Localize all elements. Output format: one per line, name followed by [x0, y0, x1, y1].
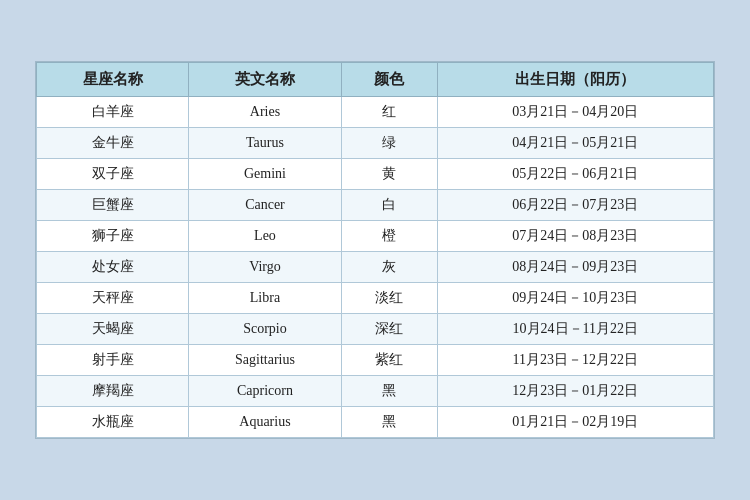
cell-color: 紫红: [341, 345, 437, 376]
header-color: 颜色: [341, 63, 437, 97]
table-header-row: 星座名称 英文名称 颜色 出生日期（阳历）: [37, 63, 714, 97]
cell-dates: 01月21日－02月19日: [437, 407, 713, 438]
cell-color: 黄: [341, 159, 437, 190]
table-row: 摩羯座Capricorn黑12月23日－01月22日: [37, 376, 714, 407]
cell-color: 深红: [341, 314, 437, 345]
cell-english-name: Virgo: [189, 252, 341, 283]
table-row: 白羊座Aries红03月21日－04月20日: [37, 97, 714, 128]
cell-dates: 05月22日－06月21日: [437, 159, 713, 190]
cell-color: 黑: [341, 376, 437, 407]
cell-color: 白: [341, 190, 437, 221]
cell-chinese-name: 射手座: [37, 345, 189, 376]
cell-color: 灰: [341, 252, 437, 283]
header-english-name: 英文名称: [189, 63, 341, 97]
cell-english-name: Scorpio: [189, 314, 341, 345]
table-row: 天秤座Libra淡红09月24日－10月23日: [37, 283, 714, 314]
header-chinese-name: 星座名称: [37, 63, 189, 97]
table-row: 处女座Virgo灰08月24日－09月23日: [37, 252, 714, 283]
cell-dates: 12月23日－01月22日: [437, 376, 713, 407]
cell-color: 淡红: [341, 283, 437, 314]
cell-english-name: Aries: [189, 97, 341, 128]
cell-dates: 07月24日－08月23日: [437, 221, 713, 252]
cell-dates: 08月24日－09月23日: [437, 252, 713, 283]
cell-chinese-name: 水瓶座: [37, 407, 189, 438]
cell-chinese-name: 狮子座: [37, 221, 189, 252]
cell-chinese-name: 摩羯座: [37, 376, 189, 407]
cell-dates: 11月23日－12月22日: [437, 345, 713, 376]
table-row: 狮子座Leo橙07月24日－08月23日: [37, 221, 714, 252]
cell-english-name: Sagittarius: [189, 345, 341, 376]
table-row: 双子座Gemini黄05月22日－06月21日: [37, 159, 714, 190]
table-row: 金牛座Taurus绿04月21日－05月21日: [37, 128, 714, 159]
cell-chinese-name: 天秤座: [37, 283, 189, 314]
table-row: 水瓶座Aquarius黑01月21日－02月19日: [37, 407, 714, 438]
cell-color: 红: [341, 97, 437, 128]
cell-english-name: Taurus: [189, 128, 341, 159]
cell-chinese-name: 处女座: [37, 252, 189, 283]
cell-color: 橙: [341, 221, 437, 252]
cell-color: 绿: [341, 128, 437, 159]
cell-chinese-name: 天蝎座: [37, 314, 189, 345]
cell-dates: 09月24日－10月23日: [437, 283, 713, 314]
cell-dates: 10月24日－11月22日: [437, 314, 713, 345]
cell-english-name: Leo: [189, 221, 341, 252]
table-body: 白羊座Aries红03月21日－04月20日金牛座Taurus绿04月21日－0…: [37, 97, 714, 438]
cell-chinese-name: 双子座: [37, 159, 189, 190]
cell-chinese-name: 白羊座: [37, 97, 189, 128]
cell-dates: 06月22日－07月23日: [437, 190, 713, 221]
zodiac-table-wrapper: 星座名称 英文名称 颜色 出生日期（阳历） 白羊座Aries红03月21日－04…: [35, 61, 715, 439]
table-row: 射手座Sagittarius紫红11月23日－12月22日: [37, 345, 714, 376]
cell-english-name: Cancer: [189, 190, 341, 221]
table-row: 天蝎座Scorpio深红10月24日－11月22日: [37, 314, 714, 345]
cell-english-name: Aquarius: [189, 407, 341, 438]
table-row: 巨蟹座Cancer白06月22日－07月23日: [37, 190, 714, 221]
cell-english-name: Gemini: [189, 159, 341, 190]
cell-color: 黑: [341, 407, 437, 438]
zodiac-table: 星座名称 英文名称 颜色 出生日期（阳历） 白羊座Aries红03月21日－04…: [36, 62, 714, 438]
cell-english-name: Libra: [189, 283, 341, 314]
cell-chinese-name: 巨蟹座: [37, 190, 189, 221]
cell-dates: 03月21日－04月20日: [437, 97, 713, 128]
cell-dates: 04月21日－05月21日: [437, 128, 713, 159]
cell-chinese-name: 金牛座: [37, 128, 189, 159]
cell-english-name: Capricorn: [189, 376, 341, 407]
header-dates: 出生日期（阳历）: [437, 63, 713, 97]
